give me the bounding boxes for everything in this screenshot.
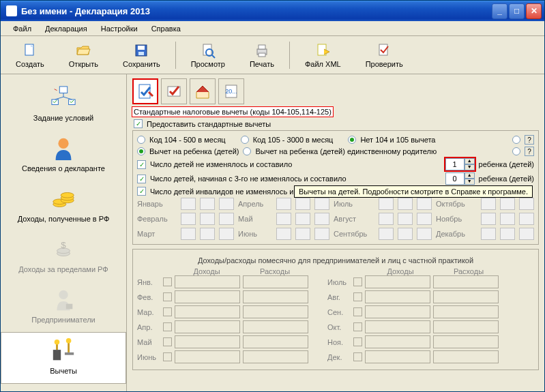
income-field (175, 320, 240, 333)
vychet-child-label: Вычет на ребенка (детей) (149, 147, 239, 155)
svg-line-17 (55, 97, 63, 100)
svg-point-31 (55, 340, 60, 345)
radio-q2[interactable] (512, 147, 520, 155)
month-label: Июль (334, 200, 376, 208)
month-cell (519, 228, 534, 240)
month-checkbox (353, 277, 362, 286)
menu-settings[interactable]: Настройки (94, 23, 145, 34)
entrepreneur-row: Фев.Авг. (137, 290, 534, 303)
month-short-label: Мар. (137, 308, 160, 316)
toolbar-save-label: Сохранить (123, 60, 160, 68)
toolbar-check[interactable]: Проверить (353, 41, 415, 70)
preview-icon (200, 42, 216, 59)
month-label: Апрель (238, 200, 274, 208)
month-cell (200, 228, 215, 240)
income-field (365, 290, 430, 303)
spin-down[interactable]: ▼ (465, 179, 475, 185)
radio-no104105[interactable] (348, 136, 356, 144)
toolbar-preview[interactable]: Просмотр (179, 41, 237, 70)
expense-field (433, 335, 499, 348)
tab-social-deductions[interactable] (161, 78, 187, 104)
checkbox-children-from3[interactable]: ✓ (137, 175, 146, 183)
toolbar-create[interactable]: Создать (3, 41, 57, 70)
spin-down[interactable]: ▼ (465, 164, 475, 170)
month-cell (219, 228, 234, 240)
tab-standard-deductions[interactable] (132, 78, 158, 104)
children-no-change-label: Число детей не изменялось и составило (150, 160, 292, 168)
svg-point-32 (66, 338, 72, 344)
radio-code105[interactable] (241, 136, 249, 144)
month-checkbox (353, 292, 362, 301)
toolbar-print[interactable]: Печать (237, 41, 286, 70)
radio-q1[interactable] (512, 136, 520, 144)
tab-property-deductions[interactable] (190, 78, 216, 104)
tab-other-deductions[interactable]: 20... (218, 78, 244, 104)
radio-code104[interactable] (137, 136, 145, 144)
svg-point-24 (61, 193, 74, 198)
menu-help[interactable]: Справка (145, 23, 188, 34)
month-cell (314, 198, 329, 210)
svg-point-28 (59, 290, 68, 299)
radio-vychet-child-single[interactable] (243, 147, 251, 155)
spin-up[interactable]: ▲ (465, 172, 475, 179)
month-label: Октябрь (436, 200, 478, 208)
month-cell (417, 213, 432, 225)
spinner-from3-input[interactable] (445, 172, 465, 185)
radio-vychet-child[interactable] (137, 147, 145, 155)
entrepreneur-icon (50, 287, 76, 313)
month-checkbox (353, 337, 362, 346)
toolbar-open-label: Открыть (69, 60, 98, 68)
tooltip: Вычеты на детей. Подробности смотрите в … (294, 185, 533, 198)
menu-declaration[interactable]: Декларация (38, 23, 94, 34)
toolbar-save[interactable]: Сохранить (111, 41, 173, 70)
entrepreneur-header: Доходы/расходы помесячно для предпринима… (137, 256, 534, 265)
toolbar-check-label: Проверить (366, 60, 403, 68)
provide-standard-label: Предоставить стандартные вычеты (147, 120, 271, 128)
spinner-children-input[interactable] (445, 158, 465, 170)
expense-field (243, 290, 308, 303)
income-field (175, 350, 240, 363)
sidebar-item-entrepreneurs: Предприниматели (1, 282, 126, 332)
vychet-child-single-label: Вычет на ребенка (детей) единственному р… (255, 147, 437, 155)
expense-field (243, 275, 308, 288)
month-cell (417, 228, 432, 240)
month-short-label: Ноя. (327, 338, 351, 346)
spinner-children-from3[interactable]: ▲▼ (445, 172, 475, 185)
entrepreneur-row: ИюньДек. (137, 350, 534, 363)
month-cell (314, 228, 329, 240)
maximize-button[interactable]: □ (509, 3, 525, 19)
help-button[interactable]: ? (525, 135, 534, 145)
spinner-children-count[interactable]: ▲▼ (445, 158, 475, 170)
svg-rect-34 (139, 85, 150, 98)
checkbox-children-no-change[interactable]: ✓ (137, 160, 146, 169)
menu-file[interactable]: Файл (6, 23, 38, 34)
sidebar-item-income-rf[interactable]: Доходы, полученные в РФ (1, 181, 126, 231)
sidebar-item-declarant[interactable]: Сведения о декларанте (1, 130, 126, 181)
month-cell (500, 213, 515, 225)
month-cell (398, 198, 413, 210)
expense-field (433, 305, 499, 318)
toolbar-filexml[interactable]: Файл XML (293, 41, 353, 70)
checkbox-provide-standard[interactable]: ✓ (134, 119, 143, 128)
checkbox-children-invalid[interactable]: ✓ (137, 187, 146, 196)
toolbar-preview-label: Просмотр (191, 60, 225, 68)
expense-field (243, 305, 308, 318)
toolbar-open[interactable]: Открыть (57, 41, 111, 70)
close-button[interactable]: ✕ (526, 3, 542, 19)
svg-text:20...: 20... (225, 88, 237, 95)
sidebar-item-deductions[interactable]: Вычеты (1, 332, 126, 384)
month-checkbox (163, 352, 172, 361)
month-cell (519, 198, 534, 210)
sidebar-item-label: Доходы, полученные в РФ (18, 215, 110, 223)
month-checkbox (163, 322, 172, 331)
spin-up[interactable]: ▲ (465, 158, 475, 164)
rebenka-label2: ребенка (детей) (479, 175, 534, 183)
month-label: Ноябрь (436, 215, 478, 223)
sidebar-item-label: Сведения о декларанте (22, 164, 105, 172)
month-short-label: Фев. (137, 293, 160, 301)
window-title: Без имени - Декларация 2013 (21, 6, 492, 16)
expense-field (433, 320, 499, 333)
sidebar-item-conditions[interactable]: Задание условий (1, 80, 126, 130)
minimize-button[interactable]: _ (492, 3, 507, 19)
help-button[interactable]: ? (525, 147, 534, 156)
